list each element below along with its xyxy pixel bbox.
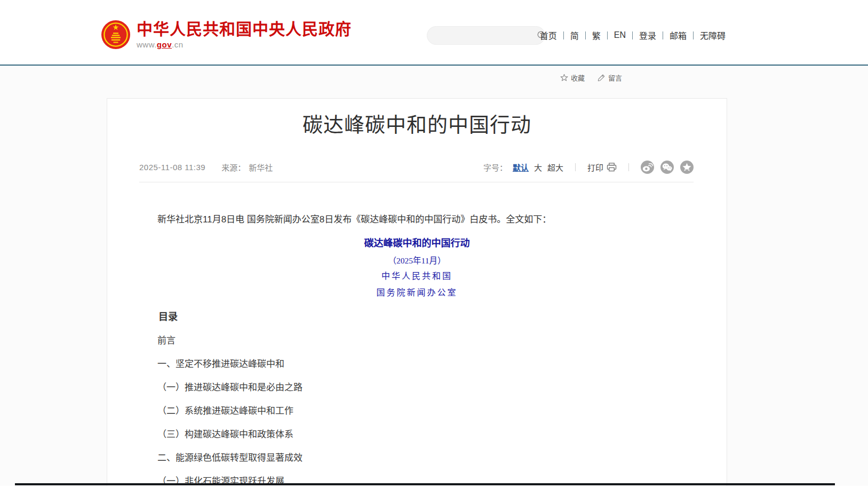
toc-item: 二、能源绿色低碳转型取得显著成效 (139, 453, 695, 463)
share-group (641, 161, 694, 174)
toc-item: （二）系统推进碳达峰碳中和工作 (139, 406, 695, 416)
article-meta-row: 2025-11-08 11:39 来源： 新华社 字号： 默认 大 超大 打印 (139, 159, 694, 174)
url-gov: gov (157, 40, 172, 49)
nav-home[interactable]: 首页 (533, 29, 563, 42)
toc-item: 前言 (139, 335, 695, 346)
article-tools: 字号： 默认 大 超大 打印 (483, 161, 694, 174)
source-label: 来源： (221, 162, 245, 173)
article-meta: 2025-11-08 11:39 来源： 新华社 (139, 162, 273, 173)
font-size-large[interactable]: 大 (534, 162, 542, 173)
publish-date: 2025-11-08 11:39 (139, 163, 205, 172)
nav-mail[interactable]: 邮箱 (663, 29, 693, 42)
wechat-share-icon[interactable] (660, 161, 674, 174)
bottom-strip (0, 486, 868, 488)
top-nav: 首页 简 繁 EN 登录 邮箱 无障碍 (533, 29, 732, 42)
search-input[interactable] (427, 27, 537, 44)
action-bar: 收藏 留言 (560, 73, 622, 83)
font-size-label: 字号： (483, 162, 507, 173)
article-body: 新华社北京11月8日电 国务院新闻办公室8日发布《碳达峰碳中和的中国行动》白皮书… (139, 214, 695, 486)
site-title: 中华人民共和国中央人民政府 (137, 21, 352, 38)
toc-heading: 目录 (139, 312, 695, 322)
star-icon (560, 74, 568, 82)
article-title: 碳达峰碳中和的中国行动 (139, 113, 695, 137)
url-suffix: .cn (172, 40, 184, 49)
article-card: 碳达峰碳中和的中国行动 2025-11-08 11:39 来源： 新华社 字号：… (107, 98, 727, 488)
search-box (427, 26, 545, 45)
nav-traditional[interactable]: 繁 (586, 29, 607, 42)
document-org-line2: 国务院新闻办公室 (139, 289, 695, 298)
weibo-share-icon[interactable] (641, 161, 654, 174)
page: 中华人民共和国中央人民政府 www.gov.cn 首页 简 繁 EN 登录 (0, 0, 868, 488)
font-size-xlarge[interactable]: 超大 (547, 162, 563, 173)
favorite-label: 收藏 (571, 73, 585, 83)
nav-login[interactable]: 登录 (633, 29, 663, 42)
print-label: 打印 (587, 162, 603, 173)
print-button[interactable]: 打印 (587, 162, 617, 173)
window-bottom-edge (15, 483, 835, 485)
nav-simplified[interactable]: 简 (564, 29, 585, 42)
url-prefix: www. (137, 40, 157, 49)
logo-text: 中华人民共和国中央人民政府 www.gov.cn (137, 21, 352, 49)
document-title: 碳达峰碳中和的中国行动 (139, 238, 695, 248)
site-url: www.gov.cn (137, 40, 352, 49)
qzone-star-share-icon[interactable] (680, 161, 694, 174)
font-size-default[interactable]: 默认 (513, 162, 529, 173)
tools-divider (575, 163, 576, 171)
toc-item: （三）构建碳达峰碳中和政策体系 (139, 429, 695, 439)
nav-english[interactable]: EN (608, 30, 632, 40)
favorite-button[interactable]: 收藏 (560, 73, 585, 83)
document-date: （2025年11月） (139, 256, 695, 265)
pencil-icon (598, 74, 606, 82)
toc-item: 一、坚定不移推进碳达峰碳中和 (139, 359, 695, 369)
nav-accessibility[interactable]: 无障碍 (694, 29, 732, 42)
meta-divider (139, 182, 694, 182)
message-label: 留言 (608, 73, 622, 83)
source-name[interactable]: 新华社 (249, 162, 273, 173)
site-header: 中华人民共和国中央人民政府 www.gov.cn 首页 简 繁 EN 登录 (0, 0, 868, 65)
tools-divider (628, 163, 629, 171)
site-logo[interactable]: 中华人民共和国中央人民政府 www.gov.cn (101, 20, 352, 49)
message-button[interactable]: 留言 (598, 73, 622, 83)
document-org-line1: 中华人民共和国 (139, 272, 695, 281)
national-emblem-icon (101, 20, 130, 49)
lead-paragraph: 新华社北京11月8日电 国务院新闻办公室8日发布《碳达峰碳中和的中国行动》白皮书… (139, 214, 695, 225)
toc-item: （一）推进碳达峰碳中和是必由之路 (139, 382, 695, 393)
printer-icon (607, 163, 617, 172)
